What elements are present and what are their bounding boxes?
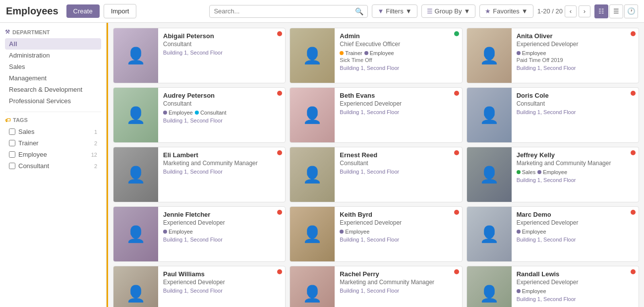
pagination-prev-button[interactable]: ‹ — [565, 5, 577, 17]
employee-photo-marc: 👤 — [467, 207, 512, 261]
employee-photo-randall: 👤 — [467, 266, 512, 307]
view-switcher: ☷ ☰ 🕐 — [594, 4, 638, 18]
sidebar-item-management[interactable]: Management — [5, 72, 101, 84]
employee-title-jeffrey: Marketing and Community Manager — [517, 160, 634, 167]
employee-name-eli: Eli Lambert — [163, 151, 272, 159]
tag-sales-badge-jeffrey: Sales — [517, 169, 536, 175]
tag-employee-badge-keith: Employee — [340, 229, 369, 235]
tag-employee-badge-marc: Employee — [517, 229, 546, 235]
employee-info-randall: Randall Lewis Experienced Developer Empl… — [512, 266, 639, 307]
search-input[interactable] — [214, 7, 355, 15]
tag-trainer[interactable]: Trainer 2 — [5, 137, 101, 149]
sidebar-item-sales[interactable]: Sales — [5, 61, 101, 72]
employee-name-beth: Beth Evans — [340, 92, 449, 99]
employee-card-ernest[interactable]: 👤 Ernest Reed Consultant Building 1, Sec… — [290, 147, 462, 202]
employee-name-rachel: Rachel Perry — [340, 270, 449, 278]
sidebar-divider — [5, 112, 101, 112]
tag-employee-badge-jeffrey: Employee — [537, 169, 567, 175]
employee-card-eli[interactable]: 👤 Eli Lambert Marketing and Community Ma… — [113, 147, 286, 202]
tag-employee[interactable]: Employee 12 — [5, 149, 101, 160]
list-view-button[interactable]: ☰ — [609, 4, 623, 18]
main-area: ⚒ DEPARTMENT All Administration Sales Ma… — [0, 23, 644, 307]
tag-employee-badge-randall: Employee — [517, 288, 546, 294]
sidebar-item-all[interactable]: All — [5, 38, 101, 50]
groupby-button[interactable]: ☰ Group By ▼ — [421, 4, 476, 18]
tag-trainer-checkbox[interactable] — [9, 140, 15, 146]
employee-card-keith[interactable]: 👤 Keith Byrd Experienced Developer Emplo… — [290, 206, 462, 262]
employee-card-jeffrey[interactable]: 👤 Jeffrey Kelly Marketing and Community … — [467, 147, 639, 202]
tag-sales[interactable]: Sales 1 — [5, 126, 101, 137]
employee-card-beth[interactable]: 👤 Beth Evans Experienced Developer Build… — [290, 87, 462, 143]
activity-view-button[interactable]: 🕐 — [624, 4, 638, 18]
employee-card-admin[interactable]: 👤 Admin Chief Executive Officer Trainer … — [290, 28, 462, 83]
employee-name-keith: Keith Byrd — [340, 211, 449, 218]
employee-status-jennie — [277, 210, 282, 215]
star-icon: ★ — [485, 7, 491, 15]
employee-name-ernest: Ernest Reed — [340, 151, 449, 159]
employee-info-admin: Admin Chief Executive Officer Trainer Em… — [335, 28, 462, 83]
employee-photo-abigail: 👤 — [114, 28, 158, 83]
tag-employee-badge-audrey: Employee — [163, 110, 193, 116]
employee-location-beth: Building 1, Second Floor — [340, 109, 457, 115]
employee-status-beth — [454, 91, 459, 96]
sidebar-item-rd[interactable]: Research & Development — [5, 84, 101, 95]
employee-card-doris[interactable]: 👤 Doris Cole Consultant Building 1, Seco… — [467, 87, 639, 143]
employee-card-anita[interactable]: 👤 Anita Oliver Experienced Developer Emp… — [467, 28, 639, 83]
employee-card-jennie[interactable]: 👤 Jennie Fletcher Experienced Developer … — [113, 206, 286, 262]
employee-location-marc: Building 1, Second Floor — [517, 237, 634, 243]
employee-card-marc[interactable]: 👤 Marc Demo Experienced Developer Employ… — [467, 206, 639, 262]
employee-grid: 👤 Abigail Peterson Consultant Building 1… — [108, 23, 644, 307]
employee-name-admin: Admin — [340, 32, 449, 40]
kanban-view-button[interactable]: ☷ — [594, 4, 608, 18]
tag-employee-badge-anita: Employee — [517, 50, 546, 56]
tag-consultant[interactable]: Consultant 2 — [5, 160, 101, 172]
employee-status-randall — [631, 269, 636, 274]
employee-tags-audrey: Employee Consultant — [163, 110, 280, 116]
employee-location-abigail: Building 1, Second Floor — [163, 50, 280, 56]
employee-status-audrey — [277, 91, 282, 96]
employee-info-keith: Keith Byrd Experienced Developer Employe… — [335, 207, 462, 261]
tag-consultant-checkbox[interactable] — [9, 163, 15, 169]
employee-card-audrey[interactable]: 👤 Audrey Peterson Consultant Employee Co… — [113, 87, 286, 143]
pagination-next-button[interactable]: › — [579, 5, 590, 17]
groupby-label: Group By — [435, 7, 462, 15]
employee-info-paul: Paul Williams Experienced Developer Buil… — [158, 266, 285, 307]
create-button[interactable]: Create — [66, 4, 100, 18]
tag-employee-checkbox[interactable] — [9, 151, 15, 158]
employee-title-randall: Experienced Developer — [517, 279, 634, 286]
employee-tags-anita: Employee — [517, 50, 634, 56]
import-button[interactable]: Import — [104, 4, 137, 18]
sidebar-item-professional-services[interactable]: Professional Services — [5, 95, 101, 107]
employee-location-eli: Building 1, Second Floor — [163, 169, 280, 175]
employee-card-abigail[interactable]: 👤 Abigail Peterson Consultant Building 1… — [113, 28, 286, 83]
tag-icon: 🏷 — [5, 117, 10, 123]
groupby-chevron-icon: ▼ — [464, 7, 470, 15]
employee-info-anita: Anita Oliver Experienced Developer Emplo… — [512, 28, 639, 83]
employee-card-paul[interactable]: 👤 Paul Williams Experienced Developer Bu… — [113, 266, 286, 307]
employee-title-abigail: Consultant — [163, 41, 280, 48]
pagination: 1-20 / 20 ‹ › — [537, 5, 590, 17]
employee-location-paul: Building 1, Second Floor — [163, 288, 280, 294]
search-box: 🔍 — [209, 5, 368, 18]
employee-title-doris: Consultant — [517, 100, 634, 107]
employee-card-randall[interactable]: 👤 Randall Lewis Experienced Developer Em… — [467, 266, 639, 307]
department-icon: ⚒ — [5, 29, 10, 35]
employee-status-ernest — [454, 150, 459, 155]
filters-button[interactable]: ▼ Filters ▼ — [372, 4, 417, 18]
employee-title-rachel: Marketing and Community Manager — [340, 279, 457, 286]
employee-location-randall: Building 1, Second Floor — [517, 296, 634, 302]
filters-chevron-icon: ▼ — [406, 7, 412, 15]
filters-label: Filters — [386, 7, 403, 15]
employee-info-jennie: Jennie Fletcher Experienced Developer Em… — [158, 207, 285, 261]
department-section-title: ⚒ DEPARTMENT — [5, 29, 101, 35]
employee-extra-admin: Sick Time Off — [340, 57, 457, 63]
sidebar-item-administration[interactable]: Administration — [5, 50, 101, 61]
favorites-button[interactable]: ★ Favorites ▼ — [479, 4, 533, 18]
employee-card-rachel[interactable]: 👤 Rachel Perry Marketing and Community M… — [290, 266, 462, 307]
tag-sales-checkbox[interactable] — [9, 128, 15, 135]
employee-tags-keith: Employee — [340, 229, 457, 235]
page-title: Employees — [6, 5, 59, 17]
groupby-icon: ☰ — [427, 7, 433, 15]
employee-title-ernest: Consultant — [340, 160, 457, 167]
employee-name-marc: Marc Demo — [517, 211, 626, 218]
